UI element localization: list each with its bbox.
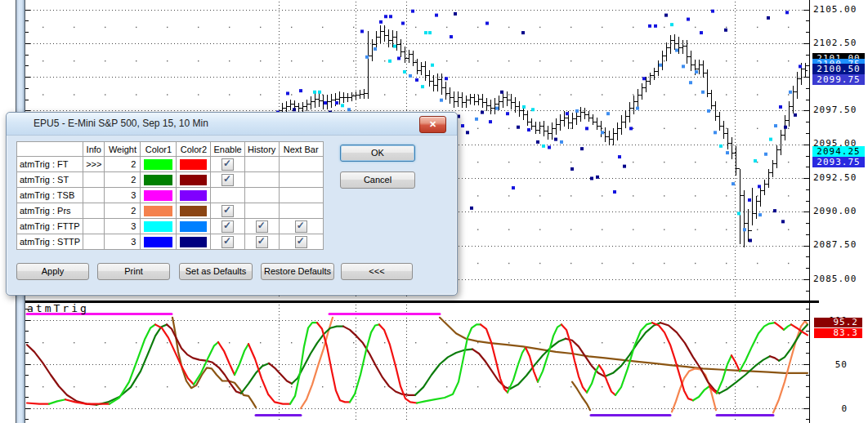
- color-swatch[interactable]: [144, 206, 172, 216]
- price-axis-label: 2097.50: [813, 105, 857, 115]
- enable-cell[interactable]: [211, 188, 244, 203]
- weight-cell[interactable]: 3: [105, 234, 141, 250]
- next_bar-cell[interactable]: [279, 172, 323, 188]
- study-subgraph-row[interactable]: atmTrig : ST2: [17, 172, 324, 188]
- set-as-defaults-button[interactable]: Set as Defaults: [179, 263, 253, 280]
- study-subgraph-row[interactable]: atmTrig : TSB3: [17, 188, 324, 203]
- enable-cell[interactable]: [211, 234, 244, 250]
- enable-checkbox[interactable]: [221, 205, 234, 217]
- next_bar-checkbox[interactable]: [295, 236, 307, 248]
- history-cell[interactable]: [244, 234, 279, 250]
- study-subgraph-row[interactable]: atmTrig : Prs2: [17, 203, 324, 219]
- oscillator-value-box: 83.3: [814, 328, 862, 338]
- enable-cell[interactable]: [211, 157, 244, 172]
- dialog-titlebar[interactable]: EPU5 - E-Mini S&P 500, Sep 15, 10 Min ✕: [7, 113, 457, 136]
- color2-swatch[interactable]: [177, 172, 211, 188]
- enable-checkbox[interactable]: [221, 158, 234, 171]
- subgraph-name: atmTrig : STTP: [17, 234, 83, 250]
- info-cell: [83, 172, 105, 188]
- subgraph-name: atmTrig : Prs: [17, 203, 83, 219]
- column-header: Color2: [177, 142, 211, 157]
- color-swatch[interactable]: [144, 190, 172, 201]
- color-swatch[interactable]: [180, 175, 207, 185]
- color-swatch[interactable]: [180, 206, 207, 216]
- next_bar-cell[interactable]: [279, 234, 323, 250]
- enable-checkbox[interactable]: [221, 174, 234, 186]
- history-cell[interactable]: [244, 219, 279, 234]
- history-checkbox[interactable]: [256, 236, 268, 248]
- info-cell: [83, 234, 105, 250]
- column-header: Next Bar: [279, 142, 323, 157]
- color1-swatch[interactable]: [141, 234, 177, 250]
- weight-cell[interactable]: 3: [105, 219, 141, 234]
- next_bar-cell[interactable]: [279, 188, 323, 203]
- cancel-button[interactable]: Cancel: [340, 171, 415, 189]
- enable-cell[interactable]: [211, 203, 244, 219]
- study-subgraph-row[interactable]: atmTrig : FTTP3: [17, 219, 324, 234]
- price-value-box: 2100.50: [812, 64, 865, 74]
- next_bar-cell[interactable]: [279, 219, 323, 234]
- color-swatch[interactable]: [144, 221, 172, 232]
- enable-cell[interactable]: [211, 172, 244, 188]
- color1-swatch[interactable]: [141, 157, 177, 172]
- oscillator-value-box: 95.2: [814, 318, 862, 327]
- study-subgraph-row[interactable]: atmTrig : FT>>>2: [17, 157, 324, 172]
- color-swatch[interactable]: [180, 221, 207, 232]
- color1-swatch[interactable]: [141, 188, 177, 203]
- apply-button[interactable]: Apply: [16, 263, 89, 280]
- column-header: Info: [83, 142, 105, 157]
- history-cell[interactable]: [244, 172, 279, 188]
- study-settings-dialog: EPU5 - E-Mini S&P 500, Sep 15, 10 Min ✕ …: [6, 112, 458, 296]
- next_bar-cell[interactable]: [279, 203, 323, 219]
- table-header-row: InfoWeightColor1Color2EnableHistoryNext …: [17, 142, 324, 157]
- column-header: Color1: [141, 142, 177, 157]
- price-axis-label: 2105.00: [813, 4, 857, 15]
- color2-swatch[interactable]: [177, 234, 211, 250]
- color1-swatch[interactable]: [141, 203, 177, 219]
- history-cell[interactable]: [244, 157, 279, 172]
- color2-swatch[interactable]: [177, 219, 211, 234]
- next_bar-cell[interactable]: [279, 157, 323, 172]
- price-axis-label: 2085.00: [813, 274, 857, 284]
- subgraph-name: atmTrig : FT: [17, 157, 83, 172]
- oscillator-axis-label: 50: [813, 359, 848, 370]
- color-swatch[interactable]: [144, 159, 172, 170]
- price-value-box: 2094.25: [812, 146, 865, 157]
- weight-cell[interactable]: 3: [105, 188, 141, 203]
- next_bar-checkbox[interactable]: [295, 220, 307, 233]
- color2-swatch[interactable]: [177, 157, 211, 172]
- info-cell: [83, 219, 105, 234]
- price-axis-label: 2087.50: [813, 239, 857, 250]
- study-subgraph-row[interactable]: atmTrig : STTP3: [17, 234, 324, 250]
- color1-swatch[interactable]: [141, 219, 177, 234]
- color1-swatch[interactable]: [141, 172, 177, 188]
- color2-swatch[interactable]: [177, 203, 211, 219]
- weight-cell[interactable]: 2: [105, 157, 141, 172]
- color-swatch[interactable]: [180, 190, 207, 201]
- column-header: Enable: [211, 142, 244, 157]
- history-cell[interactable]: [244, 203, 279, 219]
- price-axis-label: 2092.50: [813, 172, 857, 183]
- color-swatch[interactable]: [144, 237, 172, 247]
- close-icon[interactable]: ✕: [419, 116, 446, 133]
- enable-checkbox[interactable]: [221, 236, 234, 248]
- enable-checkbox[interactable]: [221, 220, 234, 233]
- color-swatch[interactable]: [180, 159, 207, 170]
- enable-cell[interactable]: [211, 219, 244, 234]
- subgraph-name: atmTrig : ST: [17, 172, 83, 188]
- print-button[interactable]: Print: [97, 263, 170, 280]
- price-axis-label: 2102.50: [813, 38, 857, 48]
- weight-cell[interactable]: 2: [105, 203, 141, 219]
- color2-swatch[interactable]: [177, 188, 211, 203]
- history-checkbox[interactable]: [256, 220, 268, 233]
- color-swatch[interactable]: [144, 175, 172, 185]
- info-cell: [83, 188, 105, 203]
- weight-cell[interactable]: 2: [105, 172, 141, 188]
- ok-button[interactable]: OK: [340, 145, 415, 162]
- price-axis-label: 2090.00: [813, 206, 857, 216]
- history-cell[interactable]: [244, 188, 279, 203]
- collapse-button[interactable]: <<<: [341, 263, 413, 280]
- restore-defaults-button[interactable]: Restore Defaults: [261, 263, 334, 280]
- color-swatch[interactable]: [180, 237, 207, 247]
- column-header: History: [244, 142, 279, 157]
